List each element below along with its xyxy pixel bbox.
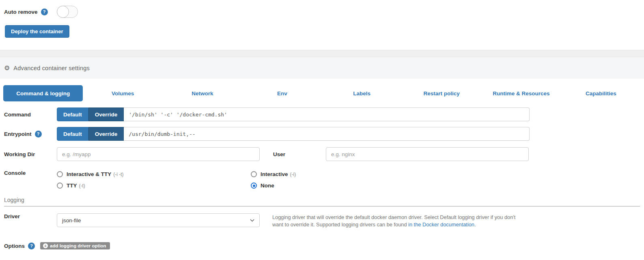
entrypoint-input-group: Default Override (57, 127, 530, 141)
settings-tabs: Command & logging Volumes Network Env La… (3, 85, 641, 101)
deploy-container-button[interactable]: Deploy the container (5, 25, 69, 38)
command-logging-panel: Command Default Override Entrypoint ? De… (0, 107, 644, 249)
entrypoint-default-button[interactable]: Default (57, 127, 88, 141)
console-row: Console Interactive & TTY (-i -t) Intera… (4, 170, 644, 189)
auto-remove-row: Auto remove ? (4, 6, 644, 18)
entrypoint-row: Entrypoint ? Default Override (4, 127, 644, 141)
radio-suffix: (-i) (290, 172, 296, 177)
radio-tty[interactable]: TTY (-t) (57, 183, 251, 189)
widget-title: Advanced container settings (13, 65, 90, 71)
radio-suffix: (-i -t) (113, 172, 123, 177)
radio-circle[interactable] (251, 183, 257, 189)
tab-restart-policy[interactable]: Restart policy (402, 85, 481, 101)
radio-label: None (261, 183, 274, 189)
command-row: Command Default Override (4, 107, 644, 121)
radio-label: Interactive & TTY (67, 171, 111, 177)
tab-network[interactable]: Network (163, 85, 242, 101)
plus-circle-icon: + (43, 243, 48, 248)
tab-runtime-resources[interactable]: Runtime & Resources (481, 85, 561, 101)
chevron-down-icon (250, 219, 254, 222)
auto-remove-label: Auto remove (4, 9, 38, 15)
tab-env[interactable]: Env (242, 85, 322, 101)
radio-suffix: (-t) (79, 183, 85, 189)
command-default-button[interactable]: Default (57, 107, 88, 121)
options-help-icon[interactable]: ? (28, 243, 35, 249)
radio-circle[interactable] (251, 171, 257, 177)
working-dir-label: Working Dir (4, 151, 57, 157)
driver-help-body: Logging driver that will override the de… (272, 214, 515, 228)
logging-section-title: Logging (4, 197, 644, 203)
user-label: User (273, 151, 326, 157)
radio-circle[interactable] (57, 183, 63, 189)
entrypoint-input[interactable] (124, 127, 530, 141)
add-logging-driver-option-button[interactable]: + add logging driver option (40, 242, 110, 249)
options-row: Options ? + add logging driver option (4, 242, 644, 249)
driver-label: Driver (4, 213, 57, 219)
entrypoint-help-icon[interactable]: ? (35, 131, 42, 138)
advanced-settings-header: ⚙︎ Advanced container settings (0, 57, 644, 79)
radio-interactive-tty[interactable]: Interactive & TTY (-i -t) (57, 171, 251, 177)
radio-circle[interactable] (57, 171, 63, 177)
radio-interactive[interactable]: Interactive (-i) (251, 171, 296, 177)
toggle-knob (57, 6, 69, 18)
entrypoint-label-text: Entrypoint (4, 131, 32, 137)
gear-icon: ⚙︎ (4, 65, 10, 71)
tab-labels[interactable]: Labels (322, 85, 402, 101)
selected-driver-value: json-file (62, 217, 81, 223)
command-override-button[interactable]: Override (88, 107, 124, 121)
command-label: Command (4, 112, 57, 118)
auto-remove-toggle[interactable] (57, 6, 78, 18)
add-option-button-label: add logging driver option (50, 243, 106, 248)
radio-label: TTY (67, 183, 77, 189)
radio-none[interactable]: None (251, 183, 296, 189)
console-label: Console (4, 170, 57, 176)
entrypoint-label: Entrypoint ? (4, 131, 57, 138)
logging-driver-select[interactable]: json-file (57, 213, 260, 227)
console-radio-group: Interactive & TTY (-i -t) Interactive (-… (57, 170, 296, 189)
workdir-user-row: Working Dir User (4, 147, 644, 161)
radio-label: Interactive (261, 171, 288, 177)
auto-remove-help-icon[interactable]: ? (41, 9, 48, 15)
logging-section-rule (4, 206, 640, 206)
command-input[interactable] (124, 107, 530, 121)
deploy-section: Auto remove ? Deploy the container (0, 0, 644, 50)
section-divider (0, 50, 644, 57)
docker-documentation-link[interactable]: in the Docker documentation (408, 221, 474, 228)
driver-help-text: Logging driver that will override the de… (272, 213, 526, 228)
tab-volumes[interactable]: Volumes (83, 85, 162, 101)
user-input[interactable] (326, 147, 529, 161)
options-label: Options (4, 243, 25, 249)
driver-help-suffix: . (474, 221, 476, 228)
command-input-group: Default Override (57, 107, 530, 121)
tab-command-logging[interactable]: Command & logging (3, 85, 83, 101)
driver-row: Driver json-file Logging driver that wil… (4, 213, 644, 228)
tab-capabilities[interactable]: Capabilities (561, 85, 641, 101)
entrypoint-override-button[interactable]: Override (88, 127, 124, 141)
working-dir-input[interactable] (57, 147, 260, 161)
